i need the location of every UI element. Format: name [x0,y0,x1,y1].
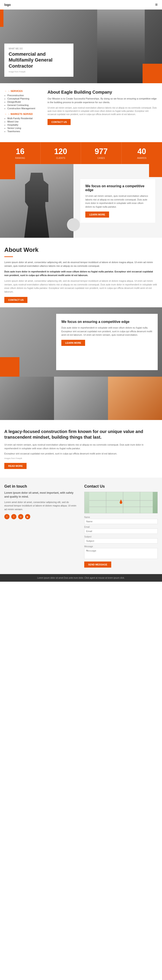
legacy-text-2: Excepteur sint occaecat cupidatat non pr… [4,452,158,455]
about-work-bold: Duis aute irure dolor in reprehenderit i… [4,270,158,277]
competitive-1-learn-more-button[interactable]: LEARN MORE [85,212,109,218]
message-textarea[interactable] [84,548,158,559]
competitive-section-2: We focus on ensuring a competitive edge … [0,307,162,377]
legacy-read-more-button[interactable]: READ MORE [4,463,27,469]
arrow-services-icon: → [4,90,7,92]
message-label: Message [84,545,158,548]
stat-cases-number: 977 [83,147,119,156]
legacy-title: A legacy-focused construction firm known… [4,429,158,440]
competitive-1-title: We focus on ensuring a competitive edge [85,184,150,192]
services-column: → → SERVICES Preconstruction Conceptual … [4,90,43,136]
footer-text: Lorem ipsum dolor sit amet Duis ante iru… [37,577,125,579]
list-item: General Contracting [7,104,43,107]
hero-orange-decoration [143,64,162,83]
get-in-touch-title: Get in touch [4,484,78,489]
competitive-orange-top-decoration [0,164,15,179]
hamburger-menu-icon[interactable]: ≡ [155,2,158,7]
email-label: Email [84,526,158,528]
stat-awards-number: 40 [124,147,160,156]
about-work-lorem: Lorem ipsum dolor sit amet, consectetur … [4,279,158,293]
get-in-touch-text: Lorem amet dolor sit amet, consectetur a… [4,500,78,511]
arrow-markets-icon: → [4,113,7,115]
contact-map [84,492,158,514]
stat-cases: 977 CASES [81,142,122,164]
gallery-item-2 [54,377,108,420]
competitive-right-content: We focus on ensuring a competitive edge … [74,164,162,238]
list-item: Conceptual Planning [7,97,43,100]
competitive-section-1: We focus on ensuring a competitive edge … [0,164,162,238]
competitive-2-text: Duis aute dolor in reprehenderit in volu… [61,326,153,337]
facebook-icon[interactable]: f [4,514,9,519]
hero-image-credit: Image from Freepik [9,71,69,73]
services-list: Preconstruction Conceptual Planning Desi… [4,94,43,110]
hero-what-label: WHAT WE DO [9,48,69,50]
stat-cases-label: CASES [83,157,119,159]
gallery-item-1 [0,377,54,420]
competitive-2-orange-decoration [0,357,19,377]
contact-column: Contact Us Name Email Subject [84,484,158,568]
stat-clients-label: CLIENTS [43,157,79,159]
orange-corner-decoration [149,164,162,177]
youtube-icon[interactable]: ▶ [25,514,30,519]
contact-us-button[interactable]: CONTACT US [47,119,71,125]
list-item: Design/Build [7,100,43,103]
competitive-info-box: We focus on ensuring a competitive edge … [80,179,156,223]
orange-line-decoration [4,256,13,257]
submit-button[interactable]: SEND MESSAGE [84,562,111,568]
form-message-row: Message [84,545,158,560]
about-work-intro: Lorem ipsum dolor sit amet, consectetur … [4,261,158,268]
services-about-section: → → SERVICES Preconstruction Conceptual … [0,83,162,142]
get-in-touch-section: Get in touch Lorem ipsum dolor sit amet,… [0,478,162,574]
email-input[interactable] [84,528,158,534]
stat-ranking: 16 RANKING [0,142,41,164]
stat-clients: 120 CLIENTS [41,142,81,164]
competitive-2-learn-more-button[interactable]: LEARN MORE [61,340,85,346]
about-body: Ut enim ad minim veniam, quis nostrud ex… [47,106,158,116]
get-in-touch-column: Get in touch Lorem ipsum dolor sit amet,… [4,484,78,568]
stats-section: 16 RANKING 120 CLIENTS 977 CASES 40 AWAR… [0,142,162,164]
legacy-section: A legacy-focused construction firm known… [0,420,162,478]
hero-title: Commercial and Multifamily General Contr… [9,51,69,69]
about-work-title: About Work [4,247,158,253]
stat-ranking-number: 16 [2,147,38,156]
form-email-row: Email [84,526,158,534]
list-item: Mixed Use [7,120,43,123]
name-label: Name [84,516,158,519]
list-item: Senior Living [7,127,43,129]
hero-section: WHAT WE DO Commercial and Multifamily Ge… [0,10,162,83]
footer: Lorem ipsum dolor sit amet Duis ante iru… [0,574,162,582]
competitive-person-area [0,164,74,238]
name-input[interactable] [84,519,158,524]
form-subject-row: Subject [84,536,158,544]
stat-clients-number: 120 [43,147,79,156]
list-item: Townhomes [7,130,43,133]
about-work-section: About Work Lorem ipsum dolor sit amet, c… [0,238,162,307]
markets-list: Multi-Family Residential Mixed Use Hospi… [4,117,43,133]
twitter-icon[interactable]: t [11,514,16,519]
logo: logo [4,3,11,6]
get-in-touch-subtitle: Lorem ipsum dolor sit amet, most importa… [4,491,78,499]
subject-label: Subject [84,536,158,538]
competitive-2-content-box: We focus on ensuring a competitive edge … [56,314,158,370]
legacy-credit: Images from Freepik [4,457,158,460]
legacy-text-1: Ut enim ad minim veniam, quis nostrud ex… [4,443,158,450]
hero-left-decoration [0,10,3,27]
gallery-item-3 [108,377,162,420]
markets-heading: → → MARKETS SERVED [4,113,43,115]
hero-person-image [97,10,145,83]
about-mission: Our Mission is to Create Successful Part… [47,97,158,104]
about-work-contact-button[interactable]: CONTACT US [4,297,27,303]
list-item: Hospitality [7,124,43,126]
hero-text-box: WHAT WE DO Commercial and Multifamily Ge… [4,44,74,77]
competitive-circle-decoration [67,218,80,231]
list-item: Multi-Family Residential [7,117,43,119]
list-item: Construction Management [7,107,43,110]
social-icons-row: f t in ▶ [4,514,78,519]
competitive-1-text: Ut enim ad minim veniam, quis nostrud ex… [85,194,150,208]
linkedin-icon[interactable]: in [18,514,23,519]
navigation: logo ≡ [0,0,162,10]
subject-input[interactable] [84,538,158,544]
contact-title: Contact Us [84,484,158,489]
stat-ranking-label: RANKING [2,157,38,159]
stat-awards-label: AWARDS [124,157,160,159]
